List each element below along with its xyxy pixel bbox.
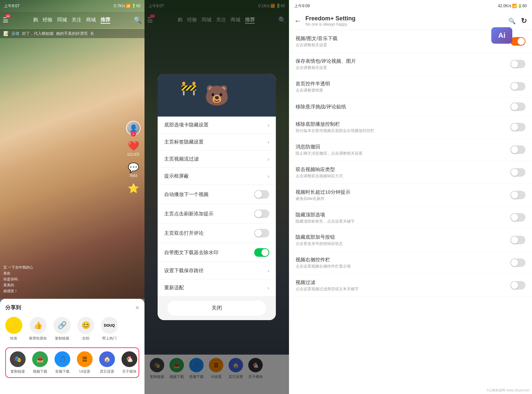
p3-setting-hide-top-name: 隐藏顶部选项 [296, 211, 510, 218]
p1-menu-badge[interactable]: ☰ 44 [3, 16, 9, 24]
p3-toggle-emoji[interactable] [510, 60, 525, 68]
p1-like-btn[interactable]: ❤️ 121.6万 [127, 141, 140, 157]
p3-setting-hide-top-text: 隐藏顶部选项 隐藏顶部标签页，点击设置关键字 [296, 211, 510, 224]
p1-time: 上午9:07 [4, 3, 19, 9]
nav-item-local[interactable]: 同城 [57, 17, 67, 24]
p3-setting-download-desc: 点击调整相关设置 [296, 42, 510, 48]
p3-setting-remove-player-text: 移除底部播放控制栏 部分版本在暂停视频后底部会出现播放控控栏 [296, 120, 510, 134]
p2-modal: 🚧 🐻 底部选项卡隐藏设置 › 主页标签隐藏设置 › 主页视频流过滤 › [158, 74, 276, 320]
p2-menu-item-prompt-block[interactable]: 提示框屏蔽 › [158, 168, 276, 185]
p1-avatar[interactable]: 👤 + [126, 121, 141, 135]
p3-search-icon[interactable]: 🔍 [508, 17, 516, 25]
p3-setting-right-controls: 视频右侧控件栏 点击设置视频右侧控件栏显示项 [289, 252, 532, 274]
p3-toggle-double-tap-type[interactable] [510, 168, 525, 177]
share2-other-setting[interactable]: 🏠 其它设置 [99, 351, 115, 374]
p2-toggle-row-refresh-hint: 主页点击刷新添加提示 [158, 204, 276, 224]
share-item-hot[interactable]: DOUQ 帮上热门 [101, 317, 118, 341]
share2-about-icon: 🐔 [122, 351, 137, 367]
p3-title: Freedom+ Setting [305, 15, 508, 22]
p1-comment-text1: 好了，代入柳如烟 [22, 31, 54, 36]
p2-arrow-video-filter: › [268, 156, 269, 162]
share-item-duet[interactable]: 😊 合拍 [77, 317, 94, 341]
share2-copy-link[interactable]: 🎭 复制链接 [10, 351, 26, 374]
p2-close-button[interactable]: 关闭 [167, 301, 266, 316]
p2-toggle-row-autoplay: 自动播放下一个视频 [158, 185, 276, 204]
p2-toggle-double-tap[interactable] [254, 229, 269, 237]
p3-toggle-remove-float[interactable] [510, 102, 525, 111]
share2-video-dl[interactable]: 📥 视频下载 [32, 351, 48, 374]
p1-comment-icon: 💬 [128, 162, 139, 173]
p3-setting-transparent: 首页控件半透明 点击调整透明度 [289, 76, 532, 98]
p2-menu-item-bottom-tab[interactable]: 底部选项卡隐藏设置 › [158, 117, 276, 134]
p3-setting-double-tap-type: 双击视频响应类型 点击调整双击视频响应方式 [289, 161, 532, 184]
p3-setting-anti-recall: 消息防撤回 阻止聊天消息撤回，点击调整相关设置 [289, 139, 532, 161]
share-item-recommend[interactable]: 👍 推荐给朋友 [29, 317, 47, 341]
share-item-forward[interactable]: ⚡ 转发 [5, 317, 22, 341]
share2-ui-setting[interactable]: ☰ UI设置 [77, 351, 93, 374]
share2-about-label: 关于模块 [122, 369, 137, 374]
share-close-btn[interactable]: × [135, 304, 139, 312]
share2-about[interactable]: 🐔 关于模块 [122, 351, 137, 374]
p3-setting-remove-float-text: 移除悬浮挑战/评论贴纸 [296, 103, 510, 111]
p1-comment5: 就感觉！ [3, 289, 122, 294]
p2-menu-item-homepage-tag[interactable]: 主页标签隐藏设置 › [158, 134, 276, 151]
nav-item-experience[interactable]: 经验 [43, 17, 53, 24]
p3-back-button[interactable]: ← [294, 17, 301, 25]
nav-item-mall[interactable]: 商城 [86, 17, 96, 24]
p2-menu-label-video-filter: 主页视频流过滤 [164, 156, 199, 162]
p2-toggle-refresh-hint[interactable] [254, 209, 269, 218]
p1-star-btn[interactable]: ⭐ [128, 183, 139, 194]
p3-toggle-hide-top[interactable] [510, 213, 525, 222]
share2-other-label: 其它设置 [100, 369, 114, 374]
nav-item-follow[interactable]: 关注 [72, 17, 81, 24]
p2-toggle-watermark[interactable] [254, 248, 269, 257]
share-duet-icon: 😊 [77, 317, 94, 334]
p1-battery: 🔋60 [131, 4, 141, 8]
share-row2: 🎭 复制链接 📥 视频下载 🎵 音频下载 ☰ UI设置 🏠 其它设置 🐔 [5, 347, 139, 378]
nav-item-shop[interactable]: 购 [33, 17, 38, 24]
p2-label-refresh-hint: 主页点击刷新添加提示 [164, 211, 213, 217]
share2-copy-label: 复制链接 [11, 369, 25, 374]
panel3-container: 上午9:08 42.0K/s 📶 🔋60 ← Freedom+ Setting … [289, 0, 532, 394]
p1-badge-count: 44 [5, 14, 11, 18]
nav-item-recommend[interactable]: 推荐 [100, 17, 110, 24]
p2-menu-item-video-filter[interactable]: 主页视频流过滤 › [158, 151, 276, 168]
p2-menu-item-save-path[interactable]: 设置下载保存路径 › [158, 262, 276, 279]
share2-audio-icon: 🎵 [55, 351, 70, 367]
p1-comment-btn[interactable]: 💬 7683 [128, 162, 139, 178]
share-item-copy-link[interactable]: 🔗 复制链接 [54, 317, 71, 341]
p3-toggle-remove-player[interactable] [510, 123, 525, 131]
p3-setting-long-video: 视频时长超过10分钟提示 避免你die在厕所 [289, 184, 532, 207]
p2-modal-overlay: 🚧 🐻 底部选项卡隐藏设置 › 主页标签隐藏设置 › 主页视频流过滤 › [144, 0, 289, 394]
p2-toggle-autoplay[interactable] [254, 190, 269, 199]
p2-toggle-knob-refresh [255, 210, 262, 217]
p1-share-panel: 分享到 × ⚡ 转发 👍 推荐给朋友 🔗 复制链接 😊 合拍 DOUQ 帮 [0, 299, 144, 394]
p1-feedback-label: 反馈 [11, 31, 19, 36]
p3-toggle-long-video[interactable] [510, 191, 525, 199]
p3-toggle-anti-recall[interactable] [510, 145, 525, 154]
p2-menu-label-re-adapt: 重新适配 [164, 285, 184, 291]
p2-label-autoplay: 自动播放下一个视频 [164, 191, 209, 198]
p2-menu-label-homepage-tag: 主页标签隐藏设置 [164, 139, 204, 145]
p2-label-watermark: 自带图文下载器去除水印 [164, 250, 218, 256]
p1-nav-items: 购 经验 同城 关注 商城 推荐 [10, 17, 134, 24]
p3-toggle-hide-plus[interactable] [510, 236, 525, 244]
share2-ui-label: UI设置 [79, 369, 90, 374]
p3-setting-emoji-name: 保存表情包/评论视频、图片 [296, 57, 510, 64]
p3-refresh-icon[interactable]: ↻ [521, 17, 527, 25]
p1-search-icon[interactable]: 🔍 [134, 16, 142, 24]
p3-toggle-transparent[interactable] [510, 82, 525, 91]
p3-setting-emoji-desc: 点击调整相关设置 [296, 65, 510, 71]
p3-toggle-knob-emoji [511, 60, 518, 68]
p3-toggle-video-filter[interactable] [510, 281, 525, 290]
p1-comment3: 你是你吗 [3, 277, 122, 282]
p2-menu-item-re-adapt[interactable]: 重新适配 › [158, 279, 276, 296]
p3-toggle-right-controls[interactable] [510, 258, 525, 267]
p3-toggle-knob-right [511, 259, 518, 266]
p3-toggle-download[interactable] [510, 37, 525, 46]
p1-signal-area: 0.7K/s 📶 🔋60 [114, 4, 141, 8]
share2-audio-label: 音频下载 [55, 369, 70, 374]
p3-toggle-knob-player [511, 123, 518, 131]
p2-toggle-row-double-tap: 主页双击打开评论 [158, 224, 276, 243]
share2-audio-dl[interactable]: 🎵 音频下载 [55, 351, 70, 374]
